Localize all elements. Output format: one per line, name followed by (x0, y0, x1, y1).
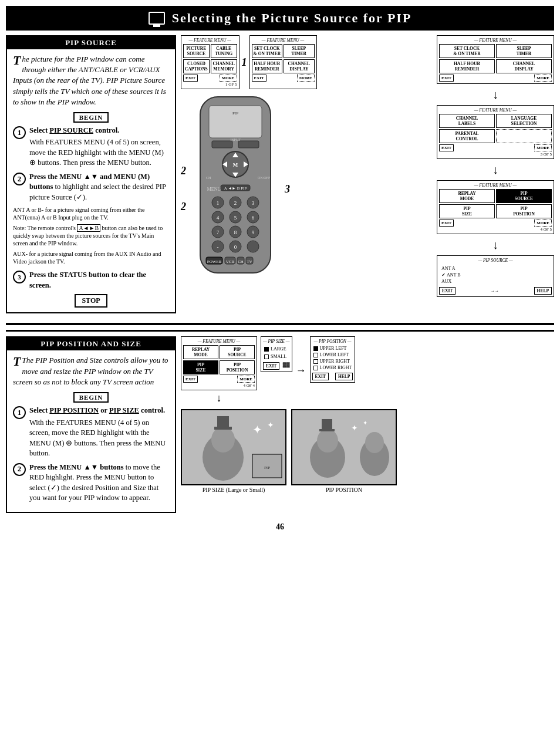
fm-r4-pipsource: PIPSOURCE (496, 189, 552, 203)
pos-step2-num: 2 (13, 463, 26, 476)
fm-r3-chlabels: CHANNELLABELS (439, 114, 495, 128)
diagram-step2b: 2 (181, 201, 186, 213)
svg-text:4: 4 (217, 215, 220, 221)
diagram-step2a: 2 (181, 165, 186, 177)
size-small-check (264, 355, 269, 359)
step2-number: 2 (13, 173, 26, 185)
fm-r3-more: MORE (534, 144, 552, 151)
svg-text:✦: ✦ (267, 421, 274, 430)
fm1-grid: PICTURESOURCE CABLETUNING CLOSEDCAPTIONS… (183, 44, 237, 73)
fm4of4-footer: 4 OF 4 (183, 383, 255, 388)
fm-r2-sleep: SLEEPTIMER (496, 44, 552, 58)
pip-item-antb: ANT B (440, 272, 551, 278)
fm1-cell-picture: PICTURESOURCE (183, 44, 210, 58)
pip-size-title: — PIP SIZE — (263, 339, 290, 344)
svg-text:✦: ✦ (252, 423, 262, 436)
fm-r4-pippos: PIPPOSITION (496, 204, 552, 218)
aux-note: AUX- for a picture signal coming from th… (13, 250, 169, 265)
svg-text:PIP: PIP (264, 465, 270, 470)
fm4of4-pipsrc: PIPSOURCE (220, 345, 255, 359)
svg-point-34 (247, 241, 259, 252)
pipsize-exit-btn[interactable]: EXIT (263, 362, 279, 370)
thumbnails-row: ✦ ✦ PIP PIP SIZE (Large or Small) (181, 409, 554, 493)
fm-r4-more: MORE (534, 220, 552, 227)
pip-source-header: PIP SOURCE (7, 36, 175, 49)
pos-ul-label: UPPER LEFT (320, 346, 347, 351)
pip-size-items: LARGE SMALL (263, 345, 290, 360)
pos-ur-check (313, 359, 318, 364)
bottom-menus-row: — FEATURE MENU — REPLAYMODE PIPSOURCE PI… (181, 336, 554, 404)
ant-note: ANT A or B- for a picture signal coming … (13, 206, 169, 221)
pip-pos-ul: UPPER LEFT (312, 345, 353, 352)
pip-position-thumbnail: ✦ ✦ (291, 409, 397, 485)
size-large-check (264, 347, 269, 352)
fm2-cell-clock: SET CLOCK& ON TIMER (252, 44, 283, 58)
svg-text:8: 8 (234, 229, 237, 235)
fm-r4-title: — FEATURE MENU — (439, 183, 552, 188)
tv-icon (149, 12, 165, 25)
pip-pos-intro: T The PIP Position and Size controls all… (13, 355, 169, 387)
svg-rect-4 (238, 141, 259, 148)
step2-text: Press the MENU ▲▼ and MENU (M) buttons t… (29, 172, 169, 203)
arrow-3: ↓ (437, 239, 554, 251)
fm-r3-parental: PARENTALCONTROL (439, 129, 495, 143)
fm-r4-footer: 4 OF 5 (439, 227, 552, 232)
top-diagrams-row: — FEATURE MENU — PICTURESOURCE CABLETUNI… (181, 35, 554, 297)
fm2-cell-chandis: CHANNELDISPLAY (284, 59, 315, 73)
pos-step2: 2 Press the MENU ▲▼ buttons to move the … (13, 462, 169, 504)
svg-rect-52 (217, 416, 229, 428)
pip-size-small: SMALL (263, 353, 290, 360)
title-bar: Selecting the Picture Source for PIP (6, 6, 554, 31)
pip-pos-ll: LOWER LEFT (312, 352, 353, 358)
step3-text: Press the STATUS button to clear the scr… (29, 270, 169, 291)
fm-r4-pipsize: PIPSIZE (439, 204, 495, 218)
pos-step1-num: 1 (13, 406, 26, 419)
fm-r2-half: HALF HOURREMINDER (439, 59, 495, 73)
fm2-title: — FEATURE MENU — (252, 38, 315, 43)
fm-r4-replay: REPLAYMODE (439, 189, 495, 203)
pos-step1-text: Select PIP POSITION or PIP SIZE control.… (29, 406, 169, 459)
fm-4of4-col: — FEATURE MENU — REPLAYMODE PIPSOURCE PI… (181, 336, 257, 404)
fm4of4-pipsize: PIPSIZE (183, 360, 218, 374)
fm2-cell-sleep: SLEEPTIMER (284, 44, 315, 58)
fm1-more-area: MORE (220, 75, 237, 82)
page-number: 46 (6, 522, 554, 532)
left-column: PIP SOURCE T he picture for the PIP wind… (6, 35, 176, 318)
step2-item: 2 Press the MENU ▲▼ and MENU (M) buttons… (13, 172, 169, 203)
pos-ur-label: UPPER RIGHT (320, 359, 350, 364)
pip-position-caption: PIP POSITION (291, 487, 397, 493)
drop-cap-T2: T (13, 355, 21, 368)
pip-source-content: T he picture for the PIP window can come… (7, 49, 175, 312)
pos-lr-label: LOWER RIGHT (320, 365, 352, 370)
pip-items: ANT A ANT B AUX (439, 264, 552, 286)
pippos-exit-btn[interactable]: EXIT (312, 373, 329, 380)
pip-item-aux: AUX (440, 278, 551, 285)
remote-note: Note: The remote control's A◄►B button c… (13, 224, 169, 247)
svg-text:2: 2 (234, 200, 237, 206)
fm4of4-pippos: PIPPOSITION (220, 360, 255, 374)
fm2-grid: SET CLOCK& ON TIMER SLEEPTIMER HALF HOUR… (252, 44, 315, 73)
fm1-more: MORE (220, 75, 237, 82)
svg-text:✦: ✦ (363, 420, 367, 426)
svg-text:CH: CH (238, 259, 244, 264)
pip-help-btn[interactable]: HELP (534, 287, 552, 295)
drop-cap-T: T (13, 54, 21, 67)
svg-text:A ◄► B PIP: A ◄► B PIP (224, 186, 247, 191)
svg-text:ON/OFF: ON/OFF (258, 176, 271, 180)
fm2-more: MORE (297, 75, 315, 82)
svg-text:7: 7 (217, 229, 220, 235)
diagram-step3: 3 (285, 183, 290, 195)
pip-position-box: PIP POSITION AND SIZE T The PIP Position… (6, 336, 176, 512)
pip-exit-btn[interactable]: EXIT (439, 287, 456, 295)
remote-row: 2 2 PIP (181, 94, 433, 284)
begin-badge-1: BEGIN (73, 112, 109, 123)
pip-source-intro: T he picture for the PIP window can come… (13, 54, 169, 107)
svg-rect-61 (322, 419, 332, 430)
svg-text:-: - (217, 244, 219, 250)
pippos-help-btn[interactable]: HELP (335, 373, 353, 380)
pip-position-svg: ✦ ✦ (292, 410, 397, 485)
fm-r2-more: MORE (534, 75, 552, 82)
fm1-cell-closed: CLOSEDCAPTIONS (183, 59, 210, 73)
pip-position-menu: — PIP POSITION — UPPER LEFT LOWER LEFT (310, 336, 356, 383)
fm1-title: — FEATURE MENU — (183, 38, 237, 43)
